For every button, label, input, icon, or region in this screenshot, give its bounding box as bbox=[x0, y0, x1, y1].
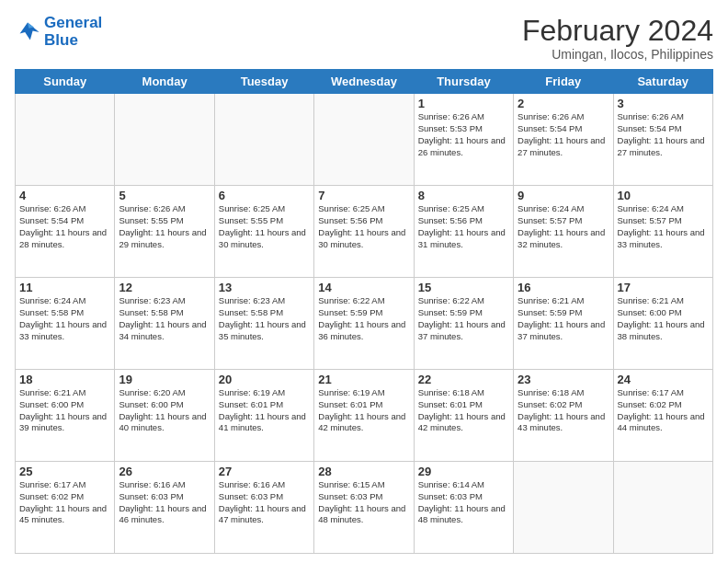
day-info: Sunrise: 6:19 AM Sunset: 6:01 PM Dayligh… bbox=[219, 387, 310, 434]
day-number: 15 bbox=[418, 281, 509, 294]
calendar-cell: 13Sunrise: 6:23 AM Sunset: 5:58 PM Dayli… bbox=[214, 278, 313, 370]
day-info: Sunrise: 6:26 AM Sunset: 5:54 PM Dayligh… bbox=[618, 111, 709, 158]
day-number: 3 bbox=[618, 97, 709, 110]
logo-icon bbox=[15, 19, 40, 45]
calendar-cell bbox=[16, 94, 115, 186]
calendar-cell: 15Sunrise: 6:22 AM Sunset: 5:59 PM Dayli… bbox=[414, 278, 513, 370]
day-info: Sunrise: 6:26 AM Sunset: 5:53 PM Dayligh… bbox=[418, 111, 509, 158]
day-number: 11 bbox=[19, 281, 110, 294]
day-number: 20 bbox=[219, 373, 310, 386]
calendar-cell: 1Sunrise: 6:26 AM Sunset: 5:53 PM Daylig… bbox=[414, 94, 513, 186]
day-number: 27 bbox=[219, 465, 310, 478]
day-info: Sunrise: 6:23 AM Sunset: 5:58 PM Dayligh… bbox=[219, 295, 310, 342]
calendar-cell bbox=[613, 462, 712, 554]
calendar-cell: 6Sunrise: 6:25 AM Sunset: 5:55 PM Daylig… bbox=[214, 186, 313, 278]
day-header-friday: Friday bbox=[514, 70, 613, 94]
calendar-cell: 17Sunrise: 6:21 AM Sunset: 6:00 PM Dayli… bbox=[613, 278, 712, 370]
day-number: 1 bbox=[418, 97, 509, 110]
calendar-cell: 23Sunrise: 6:18 AM Sunset: 6:02 PM Dayli… bbox=[514, 370, 613, 462]
calendar-cell: 2Sunrise: 6:26 AM Sunset: 5:54 PM Daylig… bbox=[514, 94, 613, 186]
day-info: Sunrise: 6:16 AM Sunset: 6:03 PM Dayligh… bbox=[219, 479, 310, 526]
day-info: Sunrise: 6:21 AM Sunset: 6:00 PM Dayligh… bbox=[618, 295, 709, 342]
day-header-monday: Monday bbox=[115, 70, 214, 94]
day-header-thursday: Thursday bbox=[414, 70, 513, 94]
calendar-week-2: 4Sunrise: 6:26 AM Sunset: 5:54 PM Daylig… bbox=[16, 186, 713, 278]
day-number: 5 bbox=[119, 189, 210, 202]
day-number: 18 bbox=[19, 373, 110, 386]
day-info: Sunrise: 6:26 AM Sunset: 5:54 PM Dayligh… bbox=[518, 111, 609, 158]
day-header-tuesday: Tuesday bbox=[214, 70, 313, 94]
day-number: 22 bbox=[418, 373, 509, 386]
calendar-cell: 14Sunrise: 6:22 AM Sunset: 5:59 PM Dayli… bbox=[314, 278, 414, 370]
calendar-cell: 4Sunrise: 6:26 AM Sunset: 5:54 PM Daylig… bbox=[16, 186, 115, 278]
day-number: 21 bbox=[318, 373, 409, 386]
calendar-cell: 9Sunrise: 6:24 AM Sunset: 5:57 PM Daylig… bbox=[514, 186, 613, 278]
day-info: Sunrise: 6:21 AM Sunset: 6:00 PM Dayligh… bbox=[19, 387, 110, 434]
day-info: Sunrise: 6:24 AM Sunset: 5:57 PM Dayligh… bbox=[618, 203, 709, 250]
day-number: 6 bbox=[219, 189, 310, 202]
header: General Blue February 2024 Umingan, Iloc… bbox=[15, 15, 713, 62]
calendar-cell: 27Sunrise: 6:16 AM Sunset: 6:03 PM Dayli… bbox=[214, 462, 313, 554]
calendar-cell: 12Sunrise: 6:23 AM Sunset: 5:58 PM Dayli… bbox=[115, 278, 214, 370]
calendar-cell: 18Sunrise: 6:21 AM Sunset: 6:00 PM Dayli… bbox=[16, 370, 115, 462]
day-number: 2 bbox=[518, 97, 609, 110]
day-info: Sunrise: 6:20 AM Sunset: 6:00 PM Dayligh… bbox=[119, 387, 210, 434]
month-title: February 2024 bbox=[522, 15, 713, 47]
day-number: 12 bbox=[119, 281, 210, 294]
calendar-cell: 24Sunrise: 6:17 AM Sunset: 6:02 PM Dayli… bbox=[613, 370, 712, 462]
calendar-cell: 7Sunrise: 6:25 AM Sunset: 5:56 PM Daylig… bbox=[314, 186, 414, 278]
day-number: 16 bbox=[518, 281, 609, 294]
day-number: 14 bbox=[318, 281, 409, 294]
day-info: Sunrise: 6:18 AM Sunset: 6:02 PM Dayligh… bbox=[518, 387, 609, 434]
calendar-header-row: SundayMondayTuesdayWednesdayThursdayFrid… bbox=[16, 70, 713, 94]
calendar-cell: 10Sunrise: 6:24 AM Sunset: 5:57 PM Dayli… bbox=[613, 186, 712, 278]
day-number: 7 bbox=[318, 189, 409, 202]
calendar-cell: 11Sunrise: 6:24 AM Sunset: 5:58 PM Dayli… bbox=[16, 278, 115, 370]
day-info: Sunrise: 6:25 AM Sunset: 5:56 PM Dayligh… bbox=[318, 203, 409, 250]
day-header-wednesday: Wednesday bbox=[314, 70, 414, 94]
calendar-cell: 26Sunrise: 6:16 AM Sunset: 6:03 PM Dayli… bbox=[115, 462, 214, 554]
day-info: Sunrise: 6:19 AM Sunset: 6:01 PM Dayligh… bbox=[318, 387, 409, 434]
calendar-cell: 19Sunrise: 6:20 AM Sunset: 6:00 PM Dayli… bbox=[115, 370, 214, 462]
title-block: February 2024 Umingan, Ilocos, Philippin… bbox=[522, 15, 713, 62]
calendar-cell: 21Sunrise: 6:19 AM Sunset: 6:01 PM Dayli… bbox=[314, 370, 414, 462]
logo-text: General Blue bbox=[44, 15, 102, 49]
calendar-table: SundayMondayTuesdayWednesdayThursdayFrid… bbox=[15, 69, 713, 554]
day-number: 19 bbox=[119, 373, 210, 386]
calendar-cell: 28Sunrise: 6:15 AM Sunset: 6:03 PM Dayli… bbox=[314, 462, 414, 554]
day-number: 4 bbox=[19, 189, 110, 202]
day-number: 9 bbox=[518, 189, 609, 202]
calendar-cell: 22Sunrise: 6:18 AM Sunset: 6:01 PM Dayli… bbox=[414, 370, 513, 462]
calendar-week-3: 11Sunrise: 6:24 AM Sunset: 5:58 PM Dayli… bbox=[16, 278, 713, 370]
calendar-week-5: 25Sunrise: 6:17 AM Sunset: 6:02 PM Dayli… bbox=[16, 462, 713, 554]
day-info: Sunrise: 6:18 AM Sunset: 6:01 PM Dayligh… bbox=[418, 387, 509, 434]
day-info: Sunrise: 6:22 AM Sunset: 5:59 PM Dayligh… bbox=[318, 295, 409, 342]
day-number: 8 bbox=[418, 189, 509, 202]
day-number: 24 bbox=[618, 373, 709, 386]
calendar-cell bbox=[314, 94, 414, 186]
location-subtitle: Umingan, Ilocos, Philippines bbox=[522, 47, 713, 62]
calendar-cell: 5Sunrise: 6:26 AM Sunset: 5:55 PM Daylig… bbox=[115, 186, 214, 278]
day-info: Sunrise: 6:23 AM Sunset: 5:58 PM Dayligh… bbox=[119, 295, 210, 342]
calendar-cell bbox=[115, 94, 214, 186]
calendar-cell bbox=[214, 94, 313, 186]
day-number: 25 bbox=[19, 465, 110, 478]
day-info: Sunrise: 6:24 AM Sunset: 5:58 PM Dayligh… bbox=[19, 295, 110, 342]
day-header-saturday: Saturday bbox=[613, 70, 712, 94]
calendar-cell: 16Sunrise: 6:21 AM Sunset: 5:59 PM Dayli… bbox=[514, 278, 613, 370]
calendar-cell: 3Sunrise: 6:26 AM Sunset: 5:54 PM Daylig… bbox=[613, 94, 712, 186]
day-info: Sunrise: 6:26 AM Sunset: 5:55 PM Dayligh… bbox=[119, 203, 210, 250]
page: General Blue February 2024 Umingan, Iloc… bbox=[0, 0, 728, 563]
calendar-cell: 25Sunrise: 6:17 AM Sunset: 6:02 PM Dayli… bbox=[16, 462, 115, 554]
day-number: 26 bbox=[119, 465, 210, 478]
logo: General Blue bbox=[15, 15, 102, 49]
day-number: 23 bbox=[518, 373, 609, 386]
day-info: Sunrise: 6:17 AM Sunset: 6:02 PM Dayligh… bbox=[618, 387, 709, 434]
day-info: Sunrise: 6:16 AM Sunset: 6:03 PM Dayligh… bbox=[119, 479, 210, 526]
calendar-week-4: 18Sunrise: 6:21 AM Sunset: 6:00 PM Dayli… bbox=[16, 370, 713, 462]
calendar-cell: 29Sunrise: 6:14 AM Sunset: 6:03 PM Dayli… bbox=[414, 462, 513, 554]
day-number: 13 bbox=[219, 281, 310, 294]
day-number: 10 bbox=[618, 189, 709, 202]
day-info: Sunrise: 6:15 AM Sunset: 6:03 PM Dayligh… bbox=[318, 479, 409, 526]
day-info: Sunrise: 6:25 AM Sunset: 5:56 PM Dayligh… bbox=[418, 203, 509, 250]
